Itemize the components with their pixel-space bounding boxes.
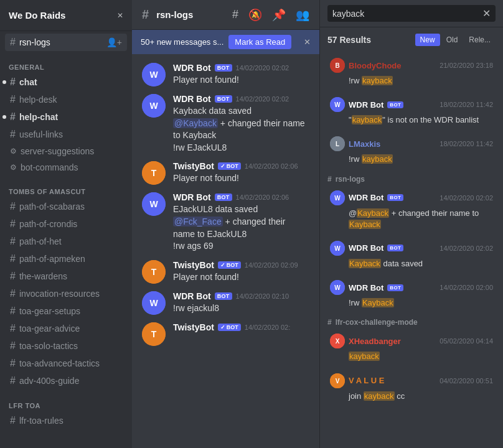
sidebar-item-invocation-resources[interactable]: # invocation-resources (5, 285, 127, 302)
filter-new-tab[interactable]: New (415, 34, 440, 46)
add-member-icon[interactable]: 👤+ (106, 37, 122, 47)
svg-text:T: T (151, 267, 157, 277)
message-content: TwistyBot ✓ BOT 14/02/2020 02:09 Player … (173, 260, 309, 284)
server-header[interactable]: We Do Raids ✕ (0, 0, 132, 31)
hash-icon: # (10, 129, 16, 140)
search-clear-icon[interactable]: ✕ (482, 7, 491, 19)
members-icon[interactable]: 👥 (296, 8, 309, 22)
highlight: kayback (349, 352, 380, 361)
result-header: W WDR Bot BOT 18/02/2020 11:42 (330, 97, 493, 112)
result-avatar: B (330, 58, 345, 73)
channel-header-name: rsn-logs (156, 9, 193, 20)
avatar: W (142, 94, 166, 118)
mark-as-read-button[interactable]: Mark as Read (228, 35, 291, 49)
sidebar-item-help-chat[interactable]: # help-chat (5, 108, 127, 126)
search-result-item[interactable]: L LMaxkis 18/02/2020 11:42 !rw kayback (322, 131, 501, 170)
sidebar-item-useful-links[interactable]: # useful-links (5, 126, 127, 143)
sidebar-item-bot-commands[interactable]: ⚙ bot-commands (5, 159, 127, 175)
sidebar-item-adv-400s-guide[interactable]: # adv-400s-guide (5, 372, 127, 390)
message-header: WDR Bot BOT 14/02/2020 02:10 (173, 291, 309, 301)
search-result-item[interactable]: W WDR Bot BOT 14/02/2020 02:02 Kayback d… (322, 236, 501, 274)
sidebar-item-server-suggestions[interactable]: ⚙ server-suggestions (5, 143, 127, 159)
result-author: WDR Bot (349, 243, 383, 253)
hash-icon: # (10, 37, 16, 48)
result-author: WDR Bot (349, 193, 383, 202)
tombs-section: TOMBS OF AMASCUT # path-of-scabaras # pa… (0, 178, 132, 392)
mention: @Kayback (173, 118, 218, 128)
result-avatar: W (330, 190, 345, 205)
message-content: WDR Bot BOT 14/02/2020 02:02 Kayback dat… (173, 94, 309, 154)
hash-icon: # (10, 201, 16, 212)
message-text: Kayback data saved @Kayback + changed th… (173, 105, 309, 154)
result-avatar: V (330, 373, 345, 388)
search-result-item[interactable]: V V A L U E 04/02/2020 00:51 join kaybac… (322, 368, 501, 407)
lfr-toa-section: LFR TOA # lfr-toa-rules (0, 392, 132, 432)
sidebar-item-toa-solo-tactics[interactable]: # toa-solo-tactics (5, 337, 127, 355)
search-panel: ✕ 57 Results New Old Rele... B BloodyCho… (319, 0, 503, 448)
search-bar[interactable]: ✕ (327, 5, 496, 22)
highlight: Kayback (357, 208, 389, 218)
search-result-item[interactable]: W WDR Bot BOT 18/02/2020 11:42 "kayback"… (322, 92, 501, 131)
bot-badge: BOT (387, 284, 403, 291)
sidebar-item-toa-gear-advice[interactable]: # toa-gear-advice (5, 320, 127, 337)
svg-text:W: W (334, 101, 341, 108)
result-header: L LMaxkis 18/02/2020 11:42 (330, 136, 493, 151)
search-results: B BloodyChode 21/02/2020 23:18 !rw kayba… (320, 50, 503, 448)
filter-relevant-tab[interactable]: Rele... (464, 34, 496, 46)
hash-icon: # (10, 288, 16, 299)
sidebar-item-the-wardens[interactable]: # the-wardens (5, 268, 127, 285)
help-desk-label: help-desk (19, 95, 122, 105)
message-timestamp: 14/02/2020 02: (245, 324, 290, 331)
sidebar-item-lfr-toa-rules[interactable]: # lfr-toa-rules (5, 412, 127, 429)
sidebar-item-chat[interactable]: # chat (5, 73, 127, 91)
result-text: join kayback cc (330, 391, 493, 402)
bot-badge: BOT (215, 194, 232, 201)
bot-badge: BOT (215, 95, 232, 103)
message-header: TwistyBot ✓ BOT 14/02/2020 02:09 (173, 260, 309, 270)
message-text: Player not found! (173, 271, 309, 284)
search-result-item[interactable]: X XHeadbanger 05/02/2020 04:14 kayback (322, 329, 501, 367)
message-content: WDR Bot BOT 14/02/2020 02:02 Player not … (173, 63, 309, 86)
hash-icon: # (10, 323, 16, 334)
sidebar-item-rsn-logs[interactable]: # rsn-logs 👤+ (5, 34, 127, 51)
result-text: "kayback" is not on the WDR banlist (330, 114, 493, 126)
result-author: XHeadbanger (349, 337, 401, 346)
hash-icon: # (10, 415, 16, 426)
pin-icon[interactable]: 📌 (272, 8, 286, 22)
hash-icon: # (10, 358, 16, 369)
message-content: WDR Bot BOT 14/02/2020 02:10 !rw ejackul… (173, 291, 309, 315)
search-result-item[interactable]: W WDR Bot BOT 14/02/2020 02:02 @Kayback … (322, 185, 501, 235)
sidebar-item-path-of-scabaras[interactable]: # path-of-scabaras (5, 198, 127, 215)
search-result-item[interactable]: B BloodyChode 21/02/2020 23:18 !rw kayba… (322, 53, 501, 91)
sidebar-item-path-of-apmeken[interactable]: # path-of-apmeken (5, 250, 127, 268)
filter-old-tab[interactable]: Old (441, 34, 463, 46)
sidebar: We Do Raids ✕ # rsn-logs 👤+ GENERAL # ch… (0, 0, 132, 448)
header-actions: # 🔕 📌 👥 (232, 8, 309, 22)
avatar: T (142, 161, 166, 185)
new-messages-bar: 50+ new messages s... Mark as Read ✕ (132, 30, 319, 54)
useful-links-label: useful-links (19, 129, 122, 139)
message-content: TwistyBot ✓ BOT 14/02/2020 02:06 Player … (173, 161, 309, 185)
add-channel-icon[interactable]: # (232, 8, 238, 21)
sidebar-item-toa-gear-setups[interactable]: # toa-gear-setups (5, 302, 127, 320)
dismiss-icon[interactable]: ✕ (304, 37, 311, 47)
sidebar-item-toa-advanced-tactics[interactable]: # toa-advanced-tactics (5, 355, 127, 372)
sidebar-item-path-of-het[interactable]: # path-of-het (5, 233, 127, 250)
result-header: X XHeadbanger 05/02/2020 04:14 (330, 334, 493, 348)
message-timestamp: 14/02/2020 02:02 (236, 95, 289, 103)
search-results-header: 57 Results New Old Rele... (320, 27, 503, 50)
search-result-item[interactable]: W WDR Bot BOT 14/02/2020 02:00 !rw Kayba… (322, 275, 501, 314)
sidebar-item-path-of-crondis[interactable]: # path-of-crondis (5, 215, 127, 233)
section-divider: rsn-logs (320, 171, 503, 185)
section-channel-name: rsn-logs (336, 175, 365, 184)
notify-off-icon[interactable]: 🔕 (248, 8, 262, 22)
bot-badge: BOT (387, 101, 403, 108)
general-section: GENERAL # chat # help-desk # help-chat #… (0, 54, 132, 178)
search-input[interactable] (332, 9, 479, 19)
hash-icon: # (10, 218, 16, 230)
section-channel-name: lfr-cox-challenge-mode (336, 318, 418, 327)
result-text: !rw kayback (330, 75, 493, 86)
result-header: W WDR Bot BOT 14/02/2020 02:00 (330, 280, 493, 295)
sidebar-item-help-desk[interactable]: # help-desk (5, 91, 127, 108)
tombs-label: TOMBS OF AMASCUT (5, 188, 127, 195)
